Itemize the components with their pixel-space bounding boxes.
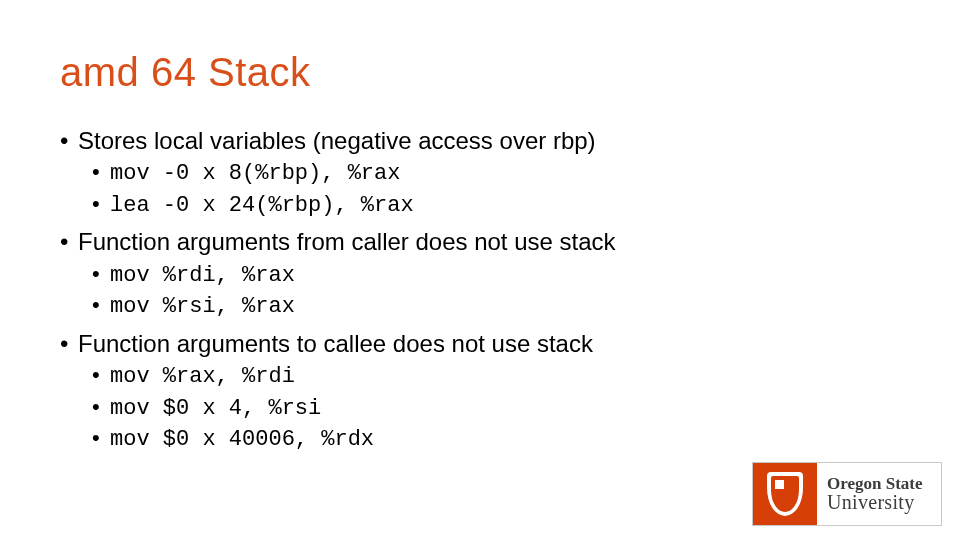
bullet-text: mov -0 x 8(%rbp), %rax [110,161,400,186]
bullet-text: mov %rsi, %rax [110,294,295,319]
bullet-level2: •mov -0 x 8(%rbp), %rax [92,158,900,189]
university-logo: Oregon State University [752,462,942,526]
slide-title: amd 64 Stack [60,50,900,95]
bullet-level2: •mov %rdi, %rax [92,260,900,291]
bullet-text: Stores local variables (negative access … [78,127,596,154]
logo-badge [753,463,817,525]
bullet-level2: •mov %rax, %rdi [92,361,900,392]
logo-line1: Oregon State [827,475,941,493]
bullet-text: mov $0 x 40006, %rdx [110,427,374,452]
bullet-level1: •Function arguments to callee does not u… [60,328,900,359]
bullet-text: Function arguments to callee does not us… [78,330,593,357]
logo-text: Oregon State University [817,463,941,525]
bullet-level1: •Function arguments from caller does not… [60,226,900,257]
bullet-level2: •mov $0 x 40006, %rdx [92,424,900,455]
bullet-level2: •lea -0 x 24(%rbp), %rax [92,190,900,221]
slide-content: •Stores local variables (negative access… [60,125,900,455]
bullet-text: mov %rax, %rdi [110,364,295,389]
bullet-level1: •Stores local variables (negative access… [60,125,900,156]
bullet-level2: •mov $0 x 4, %rsi [92,393,900,424]
bullet-text: mov $0 x 4, %rsi [110,396,321,421]
bullet-text: mov %rdi, %rax [110,263,295,288]
bullet-level2: •mov %rsi, %rax [92,291,900,322]
bullet-text: Function arguments from caller does not … [78,228,616,255]
shield-icon [767,472,803,516]
logo-line2: University [827,492,941,513]
bullet-text: lea -0 x 24(%rbp), %rax [110,193,414,218]
slide: amd 64 Stack •Stores local variables (ne… [0,0,960,540]
